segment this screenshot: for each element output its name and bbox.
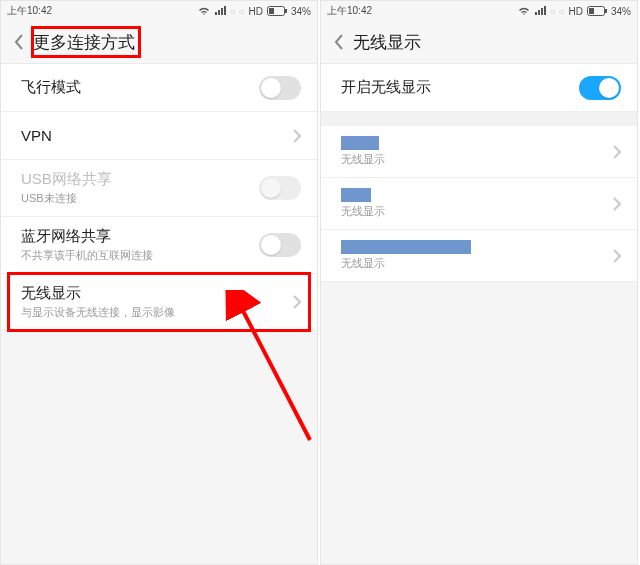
row-sublabel: 与显示设备无线连接，显示影像 <box>21 305 175 320</box>
page-title: 无线显示 <box>353 31 421 54</box>
row-sublabel: 不共享该手机的互联网连接 <box>21 248 153 263</box>
row-sublabel: 无线显示 <box>341 152 385 167</box>
status-battery-pct: 34% <box>291 6 311 17</box>
sim-dots-icon: ○ ○ <box>550 6 565 17</box>
chevron-right-icon <box>293 129 301 143</box>
chevron-right-icon <box>613 145 621 159</box>
title-bar: 更多连接方式 <box>1 21 317 64</box>
wifi-icon <box>198 6 210 16</box>
status-time: 上午10:42 <box>327 4 372 18</box>
row-sublabel: 无线显示 <box>341 204 385 219</box>
svg-rect-4 <box>605 9 607 13</box>
device-name-redacted <box>341 188 371 202</box>
row-enable-wireless-display[interactable]: 开启无线显示 <box>321 64 637 112</box>
wireless-display-toggle[interactable] <box>579 76 621 100</box>
sim-dots-icon: ○ ○ <box>230 6 245 17</box>
row-label: 无线显示 <box>21 284 175 303</box>
back-button[interactable] <box>9 27 29 57</box>
row-sublabel: 无线显示 <box>341 256 471 271</box>
title-bar: 无线显示 <box>321 21 637 64</box>
chevron-left-icon <box>14 34 24 50</box>
row-bluetooth-tether[interactable]: 蓝牙网络共享 不共享该手机的互联网连接 <box>1 217 317 274</box>
row-usb-tether: USB网络共享 USB未连接 <box>1 160 317 217</box>
signal-icon <box>214 6 226 16</box>
row-device[interactable]: 无线显示 <box>321 230 637 282</box>
section-gap <box>321 112 637 126</box>
row-sublabel: USB未连接 <box>21 191 112 206</box>
row-label: 开启无线显示 <box>341 78 431 97</box>
status-bar: 上午10:42 ○ ○ HD 34% <box>321 1 637 21</box>
device-name-redacted <box>341 136 379 150</box>
row-label: VPN <box>21 127 52 144</box>
row-label: 飞行模式 <box>21 78 81 97</box>
status-battery-pct: 34% <box>611 6 631 17</box>
svg-rect-2 <box>269 8 274 14</box>
wifi-icon <box>518 6 530 16</box>
signal-icon <box>534 6 546 16</box>
status-time: 上午10:42 <box>7 4 52 18</box>
wireless-display-list: 开启无线显示 无线显示 无线显示 <box>321 64 637 282</box>
chevron-right-icon <box>613 249 621 263</box>
svg-rect-1 <box>285 9 287 13</box>
settings-list: 飞行模式 VPN USB网络共享 USB未连接 <box>1 64 317 331</box>
phone-left: 上午10:42 ○ ○ HD 34% 更多连接方式 飞行模式 <box>0 0 318 565</box>
row-device[interactable]: 无线显示 <box>321 178 637 230</box>
row-label: USB网络共享 <box>21 170 112 189</box>
row-vpn[interactable]: VPN <box>1 112 317 160</box>
page-title: 更多连接方式 <box>33 31 135 54</box>
phone-right: 上午10:42 ○ ○ HD 34% 无线显示 开启无线显示 <box>320 0 638 565</box>
status-bar: 上午10:42 ○ ○ HD 34% <box>1 1 317 21</box>
status-hd: HD <box>249 6 263 17</box>
chevron-left-icon <box>334 34 344 50</box>
back-button[interactable] <box>329 27 349 57</box>
row-device[interactable]: 无线显示 <box>321 126 637 178</box>
airplane-toggle[interactable] <box>259 76 301 100</box>
row-airplane-mode[interactable]: 飞行模式 <box>1 64 317 112</box>
device-name-redacted <box>341 240 471 254</box>
chevron-right-icon <box>293 295 301 309</box>
chevron-right-icon <box>613 197 621 211</box>
row-wireless-display[interactable]: 无线显示 与显示设备无线连接，显示影像 <box>1 274 317 331</box>
svg-rect-5 <box>589 8 594 14</box>
bluetooth-tether-toggle[interactable] <box>259 233 301 257</box>
battery-icon <box>587 6 607 16</box>
row-label: 蓝牙网络共享 <box>21 227 153 246</box>
status-hd: HD <box>569 6 583 17</box>
usb-tether-toggle <box>259 176 301 200</box>
battery-icon <box>267 6 287 16</box>
